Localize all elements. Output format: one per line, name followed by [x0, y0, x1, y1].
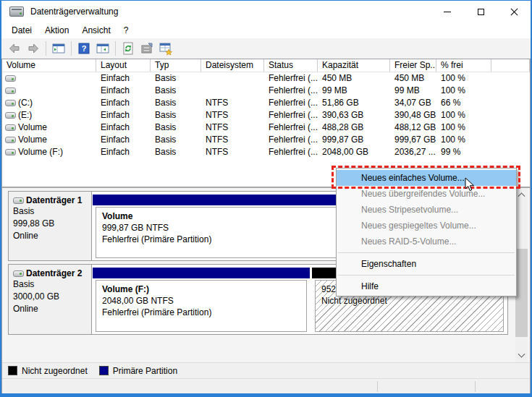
table-cell: [491, 109, 530, 121]
table-row[interactable]: Volume (F:)EinfachBasisNTFSFehlerfrei (.…: [2, 146, 530, 158]
table-cell: Einfach: [96, 146, 151, 158]
menu-item-neues-raid5-volume: Neues RAID-5-Volume...: [337, 234, 516, 249]
col-typ[interactable]: Typ: [151, 59, 201, 72]
scroll-up-icon[interactable]: [515, 188, 528, 200]
table-cell: NTFS: [201, 121, 264, 134]
table-cell: [491, 85, 530, 97]
maximize-button[interactable]: [464, 1, 497, 22]
disk2-status: Online: [13, 303, 88, 315]
drive-icon: [5, 100, 16, 106]
table-cell: Basis: [151, 121, 201, 134]
table-cell: Einfach: [96, 97, 151, 109]
table-cell: 999,67 GB: [390, 134, 436, 146]
table-cell: [491, 134, 530, 146]
menu-datei[interactable]: Datei: [5, 22, 38, 38]
drive-icon: [5, 75, 16, 82]
properties-icon[interactable]: [138, 40, 156, 57]
disk1-label-panel[interactable]: Datenträger 1 Basis 999,88 GB Online: [9, 192, 92, 260]
menu-item-neues-gespiegeltes-volume: Neues gespiegeltes Volume...: [337, 218, 516, 234]
table-cell: 390,63 GB: [318, 109, 390, 121]
disk2-label-panel[interactable]: Datenträger 2 Basis 3000,00 GB Online: [9, 265, 92, 334]
table-cell: 2048,00 GB: [318, 146, 390, 158]
menu-aktion[interactable]: Aktion: [38, 22, 75, 38]
drive-icon: [5, 112, 16, 119]
primary-partition-swatch: [99, 366, 109, 375]
table-cell: Basis: [151, 134, 201, 146]
scroll-down-icon[interactable]: [515, 350, 528, 362]
table-row[interactable]: EinfachBasisFehlerfrei (...450 MB450 MB1…: [2, 72, 530, 85]
volume-cell: Volume: [2, 134, 96, 146]
table-cell: Einfach: [96, 85, 151, 97]
menu-item-hilfe[interactable]: Hilfe: [337, 278, 516, 294]
show-window-icon[interactable]: [94, 40, 111, 57]
refresh-icon[interactable]: [119, 40, 137, 57]
table-cell: Fehlerfrei (...: [264, 109, 318, 121]
close-button[interactable]: [497, 1, 531, 22]
help-icon[interactable]: ?: [75, 40, 93, 57]
volume-cell: [2, 85, 96, 97]
menu-separator: [338, 252, 515, 253]
table-cell: Fehlerfrei (...: [264, 85, 318, 97]
table-cell: Basis: [151, 72, 201, 85]
menu-item-neues-einfaches-volume[interactable]: Neues einfaches Volume...: [337, 170, 516, 186]
table-cell: [201, 85, 264, 97]
title-bar: Datenträgerverwaltung: [1, 1, 531, 22]
drive-icon: [5, 124, 16, 131]
console-tree-icon[interactable]: [50, 40, 67, 57]
table-cell: 450 MB: [318, 72, 390, 85]
minimize-button[interactable]: [431, 1, 464, 22]
table-cell: Einfach: [96, 121, 151, 134]
col-freier-speicher[interactable]: Freier Sp...: [390, 59, 436, 72]
table-row[interactable]: VolumeEinfachBasisNTFSFehlerfrei (...488…: [2, 121, 530, 134]
table-cell: Fehlerfrei (...: [264, 97, 318, 109]
mouse-cursor: [465, 177, 476, 195]
disk2-volume-size: 2048,00 GB NTFS: [102, 295, 306, 307]
table-row[interactable]: VolumeEinfachBasisNTFSFehlerfrei (...999…: [2, 134, 530, 146]
volume-cell: [2, 72, 96, 85]
rescan-disks-icon[interactable]: [157, 40, 174, 57]
window-title: Datenträgerverwaltung: [30, 7, 118, 17]
svg-text:?: ?: [82, 44, 87, 53]
disk1-size: 999,88 GB: [13, 218, 88, 230]
col-layout[interactable]: Layout: [96, 59, 151, 72]
drive-icon: [5, 137, 16, 143]
table-cell: NTFS: [201, 146, 264, 158]
volume-cell: Volume: [2, 121, 96, 134]
table-cell: 66 %: [436, 97, 491, 109]
volume-cell: Volume (F:): [2, 146, 96, 158]
menu-ansicht[interactable]: Ansicht: [75, 22, 117, 38]
table-cell: 100 %: [436, 109, 491, 121]
table-cell: Fehlerfrei (...: [264, 134, 318, 146]
col-dateisystem[interactable]: Dateisystem: [201, 59, 264, 72]
table-cell: Fehlerfrei (...: [264, 146, 318, 158]
table-cell: 999,87 GB: [318, 134, 390, 146]
table-row[interactable]: (C:)EinfachBasisNTFSFehlerfrei (...51,86…: [2, 97, 530, 109]
table-cell: [491, 121, 530, 134]
forward-arrow-icon[interactable]: [25, 40, 42, 57]
volume-cell: (C:): [2, 97, 96, 109]
menu-bar: Datei Aktion Ansicht ?: [1, 22, 531, 38]
menu-separator: [338, 275, 515, 276]
col-volume[interactable]: Volume: [2, 59, 96, 72]
scrollbar-thumb[interactable]: [515, 249, 528, 337]
menu-item-neues-uebergreifendes-volume: Neues übergreifendes Volume...: [337, 186, 516, 202]
vertical-scrollbar[interactable]: [515, 188, 528, 362]
disk2-volume-f-block[interactable]: Volume (F:) 2048,00 GB NTFS Fehlerfrei (…: [93, 268, 310, 332]
table-cell: NTFS: [201, 97, 264, 109]
disk-icon: [13, 270, 24, 277]
menu-item-eigenschaften[interactable]: Eigenschaften: [337, 256, 516, 272]
table-row[interactable]: (E:)EinfachBasisNTFSFehlerfrei (...390,6…: [2, 109, 530, 121]
volume-table-body: EinfachBasisFehlerfrei (...450 MB450 MB1…: [2, 72, 530, 158]
disk-icon: [13, 197, 24, 204]
col-prozent-frei[interactable]: % frei: [436, 59, 491, 72]
back-arrow-icon[interactable]: [6, 40, 23, 57]
table-cell: Einfach: [96, 109, 151, 121]
col-kapazitaet[interactable]: Kapazität: [318, 59, 390, 72]
table-row[interactable]: EinfachBasisFehlerfrei (...99 MB99 MB100…: [2, 85, 530, 97]
menu-hilfe[interactable]: ?: [117, 22, 135, 38]
volume-cell: (E:): [2, 109, 96, 121]
table-cell: NTFS: [201, 134, 264, 146]
col-status[interactable]: Status: [264, 59, 318, 72]
app-disk-icon: [9, 7, 24, 17]
table-cell: [491, 97, 530, 109]
